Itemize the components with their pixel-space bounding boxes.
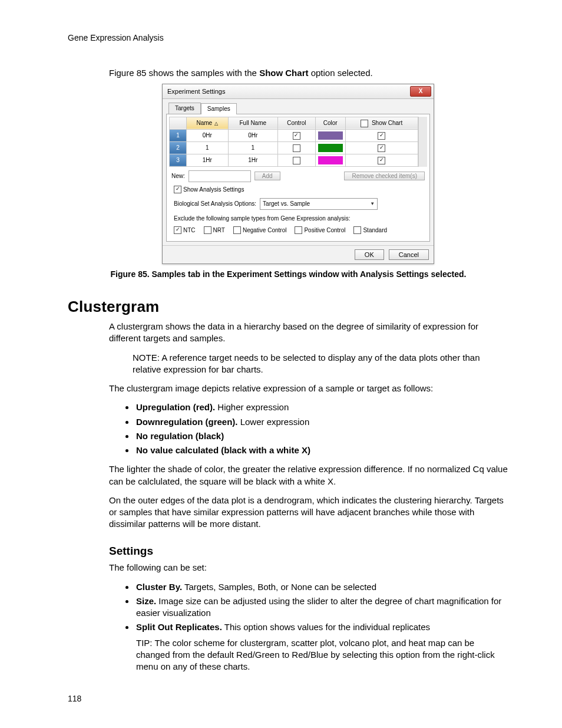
table-row: 1 0Hr 0Hr [170, 129, 418, 141]
cell-showchart [345, 129, 418, 141]
cell-name[interactable]: 0Hr [187, 129, 229, 141]
color-swatch [318, 144, 343, 152]
tab-targets[interactable]: Targets [168, 103, 201, 114]
list-item: No regulation (black) [135, 430, 509, 442]
cell-name[interactable]: 1 [187, 141, 229, 154]
cell-name[interactable]: 1Hr [187, 154, 229, 166]
showchart-header-checkbox[interactable] [361, 120, 368, 127]
control-checkbox[interactable] [293, 144, 300, 152]
cell-color[interactable] [315, 154, 345, 166]
settings-intro: The following can be set: [109, 562, 509, 574]
col-rownum [170, 117, 187, 129]
cell-color[interactable] [315, 129, 345, 141]
show-analysis-row: Show Analysis Settings [174, 186, 422, 194]
cell-color[interactable] [315, 141, 345, 154]
close-button[interactable]: X [410, 86, 431, 97]
sort-asc-icon: △ [214, 121, 218, 126]
table-row: 2 1 1 [170, 141, 418, 154]
row-number: 3 [170, 154, 187, 166]
control-checkbox[interactable] [293, 157, 300, 164]
list-item: Size. Image size can be adjusted using t… [135, 595, 509, 620]
clust-p2: The clustergram image depicts relative e… [109, 383, 509, 394]
cell-fullname[interactable]: 1 [228, 141, 277, 154]
vertical-scrollbar[interactable] [418, 117, 427, 167]
list-item: Cluster By. Targets, Samples, Both, or N… [135, 581, 509, 593]
cell-showchart [345, 141, 418, 154]
showchart-checkbox[interactable] [378, 144, 385, 152]
exclude-nrt-label: NRT [213, 226, 225, 235]
showchart-checkbox[interactable] [378, 132, 385, 140]
section-title-settings: Settings [109, 543, 509, 559]
figure-caption: Figure 85. Samples tab in the Experiment… [91, 269, 485, 280]
new-label: New: [171, 172, 185, 180]
intro-post: option selected. [308, 68, 372, 78]
settings-tip: TIP: The color scheme for clustergram, s… [136, 637, 509, 673]
table-row: 3 1Hr 1Hr [170, 154, 418, 166]
control-checkbox[interactable] [293, 132, 300, 140]
show-analysis-label: Show Analysis Settings [183, 186, 244, 194]
clust-bullets: Upregulation (red). Higher expression Do… [109, 401, 509, 456]
col-showchart[interactable]: Show Chart [345, 117, 418, 129]
clust-p4: On the outer edges of the data plot is a… [109, 495, 509, 531]
new-sample-input[interactable] [189, 170, 251, 182]
dialog-title: Experiment Settings [167, 87, 225, 96]
intro-line: Figure 85 shows the samples with the Sho… [109, 67, 509, 79]
cell-control [277, 141, 315, 154]
col-name[interactable]: Name△ [187, 117, 229, 129]
cancel-button[interactable]: Cancel [389, 249, 429, 260]
close-icon: X [419, 87, 423, 95]
col-fullname[interactable]: Full Name [228, 117, 277, 129]
exclude-pos-checkbox[interactable] [295, 226, 302, 234]
col-color[interactable]: Color [315, 117, 345, 129]
tab-strip: Targets Samples [163, 99, 434, 114]
exclude-label: Exclude the following sample types from … [174, 215, 422, 223]
cell-fullname[interactable]: 1Hr [228, 154, 277, 166]
row-number: 1 [170, 129, 187, 141]
list-item: Upregulation (red). Higher expression [135, 401, 509, 413]
ok-button[interactable]: OK [355, 249, 384, 260]
settings-bullets: Cluster By. Targets, Samples, Both, or N… [109, 581, 509, 673]
tab-samples[interactable]: Samples [201, 103, 237, 114]
cell-fullname[interactable]: 0Hr [228, 129, 277, 141]
analysis-settings: Show Analysis Settings Biological Set An… [174, 186, 422, 235]
cell-control [277, 154, 315, 166]
page: Gene Expression Analysis Figure 85 shows… [0, 0, 562, 728]
color-swatch [318, 131, 343, 140]
intro-pre: Figure 85 shows the samples with the [109, 68, 259, 78]
exclude-ntc-checkbox[interactable] [174, 226, 181, 234]
settings-body: The following can be set: Cluster By. Ta… [109, 562, 509, 673]
exclude-neg-checkbox[interactable] [233, 226, 241, 234]
dialog-footer: OK Cancel [163, 245, 434, 263]
intro-bold: Show Chart [259, 68, 308, 78]
exclude-std-checkbox[interactable] [353, 226, 361, 234]
bio-set-label: Biological Set Analysis Options: [174, 200, 256, 208]
color-swatch [318, 156, 343, 164]
exclude-ntc-label: NTC [183, 226, 196, 235]
exclude-nrt-checkbox[interactable] [204, 226, 211, 234]
samples-panel: Name△ Full Name Control Color Show Chart… [166, 114, 430, 242]
bio-set-select[interactable]: Target vs. Sample ▼ [260, 198, 378, 210]
show-analysis-checkbox[interactable] [174, 186, 181, 193]
cell-showchart [345, 154, 418, 166]
list-item: No value calculated (black with a white … [135, 444, 509, 456]
list-item: Split Out Replicates. This option shows … [135, 621, 509, 673]
bio-set-value: Target vs. Sample [263, 200, 310, 208]
add-button[interactable]: Add [254, 172, 280, 180]
experiment-settings-dialog: Experiment Settings X Targets Samples Na… [162, 84, 434, 264]
section-title-clustergram: Clustergram [68, 297, 509, 317]
remove-checked-button[interactable]: Remove checked item(s) [344, 172, 425, 180]
row-number: 2 [170, 141, 187, 154]
col-control[interactable]: Control [277, 117, 315, 129]
clustergram-body: A clustergram shows the data in a hierar… [109, 321, 509, 531]
exclude-std-label: Standard [363, 226, 387, 235]
dialog-titlebar: Experiment Settings X [163, 84, 434, 99]
showchart-checkbox[interactable] [378, 157, 385, 164]
clust-p3: The lighter the shade of color, the grea… [109, 463, 509, 487]
running-header: Gene Expression Analysis [68, 32, 509, 44]
bio-set-row: Biological Set Analysis Options: Target … [174, 198, 420, 210]
exclude-neg-label: Negative Control [243, 226, 286, 235]
clust-p1: A clustergram shows the data in a hierar… [109, 321, 509, 345]
list-item: Downregulation (green). Lower expression [135, 416, 509, 428]
page-number: 118 [68, 693, 81, 704]
body: Figure 85 shows the samples with the Sho… [109, 67, 509, 79]
